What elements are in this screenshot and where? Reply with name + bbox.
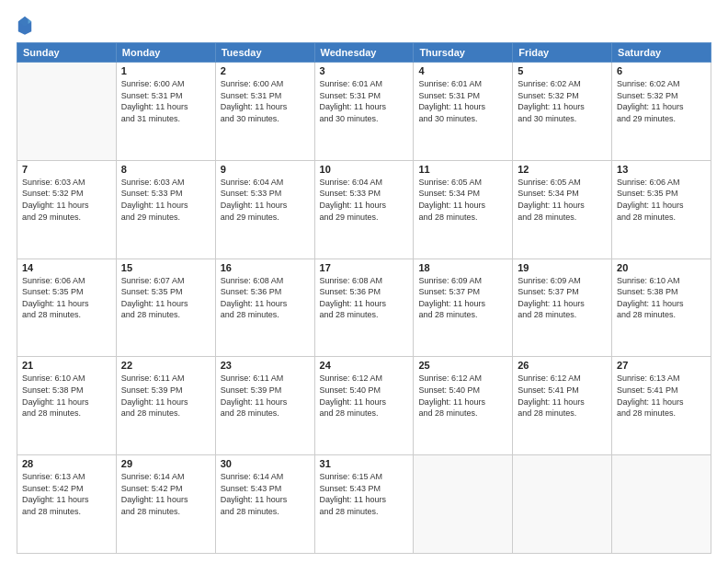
calendar-cell: 3Sunrise: 6:01 AM Sunset: 5:31 PM Daylig… bbox=[314, 63, 414, 161]
day-info: Sunrise: 6:07 AM Sunset: 5:35 PM Dayligh… bbox=[121, 275, 210, 321]
day-number: 29 bbox=[121, 458, 210, 469]
calendar-cell: 23Sunrise: 6:11 AM Sunset: 5:39 PM Dayli… bbox=[215, 357, 314, 455]
day-info: Sunrise: 6:13 AM Sunset: 5:42 PM Dayligh… bbox=[22, 471, 111, 517]
page: SundayMondayTuesdayWednesdayThursdayFrid… bbox=[0, 0, 728, 563]
logo bbox=[17, 15, 37, 35]
day-number: 17 bbox=[320, 262, 409, 273]
calendar-cell: 4Sunrise: 6:01 AM Sunset: 5:31 PM Daylig… bbox=[414, 63, 513, 161]
day-number: 26 bbox=[518, 360, 607, 371]
calendar-cell: 25Sunrise: 6:12 AM Sunset: 5:40 PM Dayli… bbox=[414, 357, 513, 455]
day-info: Sunrise: 6:12 AM Sunset: 5:40 PM Dayligh… bbox=[320, 373, 409, 419]
calendar-week-3: 14Sunrise: 6:06 AM Sunset: 5:35 PM Dayli… bbox=[17, 259, 711, 357]
day-number: 31 bbox=[320, 458, 409, 469]
calendar-cell: 27Sunrise: 6:13 AM Sunset: 5:41 PM Dayli… bbox=[612, 357, 711, 455]
calendar-cell: 26Sunrise: 6:12 AM Sunset: 5:41 PM Dayli… bbox=[513, 357, 612, 455]
calendar-week-5: 28Sunrise: 6:13 AM Sunset: 5:42 PM Dayli… bbox=[17, 455, 711, 554]
calendar-cell: 6Sunrise: 6:02 AM Sunset: 5:32 PM Daylig… bbox=[612, 63, 711, 161]
day-number: 21 bbox=[22, 360, 111, 371]
calendar-cell: 10Sunrise: 6:04 AM Sunset: 5:33 PM Dayli… bbox=[314, 160, 414, 259]
day-number: 18 bbox=[418, 262, 507, 273]
calendar-cell: 9Sunrise: 6:04 AM Sunset: 5:33 PM Daylig… bbox=[215, 160, 314, 259]
day-number: 8 bbox=[121, 164, 210, 175]
day-number: 25 bbox=[418, 360, 507, 371]
day-number: 13 bbox=[617, 164, 706, 175]
day-info: Sunrise: 6:02 AM Sunset: 5:32 PM Dayligh… bbox=[617, 78, 706, 124]
day-header-sunday: Sunday bbox=[17, 43, 117, 63]
day-info: Sunrise: 6:08 AM Sunset: 5:36 PM Dayligh… bbox=[320, 275, 409, 321]
calendar-cell bbox=[17, 63, 117, 161]
calendar-cell bbox=[612, 455, 711, 554]
calendar-cell bbox=[513, 455, 612, 554]
logo-icon bbox=[17, 15, 33, 35]
day-number: 22 bbox=[121, 360, 210, 371]
day-info: Sunrise: 6:02 AM Sunset: 5:32 PM Dayligh… bbox=[518, 78, 607, 124]
day-header-friday: Friday bbox=[513, 43, 612, 63]
calendar-cell: 20Sunrise: 6:10 AM Sunset: 5:38 PM Dayli… bbox=[612, 259, 711, 357]
day-header-thursday: Thursday bbox=[414, 43, 513, 63]
day-number: 15 bbox=[121, 262, 210, 273]
day-info: Sunrise: 6:09 AM Sunset: 5:37 PM Dayligh… bbox=[518, 275, 607, 321]
day-info: Sunrise: 6:04 AM Sunset: 5:33 PM Dayligh… bbox=[320, 177, 409, 223]
day-info: Sunrise: 6:04 AM Sunset: 5:33 PM Dayligh… bbox=[221, 177, 310, 223]
day-info: Sunrise: 6:05 AM Sunset: 5:34 PM Dayligh… bbox=[518, 177, 607, 223]
calendar-cell: 31Sunrise: 6:15 AM Sunset: 5:43 PM Dayli… bbox=[314, 455, 414, 554]
day-info: Sunrise: 6:01 AM Sunset: 5:31 PM Dayligh… bbox=[418, 78, 507, 124]
day-number: 27 bbox=[617, 360, 706, 371]
day-info: Sunrise: 6:06 AM Sunset: 5:35 PM Dayligh… bbox=[22, 275, 111, 321]
day-number: 9 bbox=[221, 164, 310, 175]
days-header-row: SundayMondayTuesdayWednesdayThursdayFrid… bbox=[17, 43, 711, 63]
day-number: 2 bbox=[221, 65, 310, 76]
calendar: SundayMondayTuesdayWednesdayThursdayFrid… bbox=[17, 42, 711, 554]
day-info: Sunrise: 6:03 AM Sunset: 5:32 PM Dayligh… bbox=[22, 177, 111, 223]
calendar-cell: 11Sunrise: 6:05 AM Sunset: 5:34 PM Dayli… bbox=[414, 160, 513, 259]
day-number: 30 bbox=[221, 458, 310, 469]
calendar-cell: 18Sunrise: 6:09 AM Sunset: 5:37 PM Dayli… bbox=[414, 259, 513, 357]
calendar-cell: 14Sunrise: 6:06 AM Sunset: 5:35 PM Dayli… bbox=[17, 259, 117, 357]
day-info: Sunrise: 6:11 AM Sunset: 5:39 PM Dayligh… bbox=[221, 373, 310, 419]
calendar-cell: 24Sunrise: 6:12 AM Sunset: 5:40 PM Dayli… bbox=[314, 357, 414, 455]
calendar-cell: 1Sunrise: 6:00 AM Sunset: 5:31 PM Daylig… bbox=[116, 63, 215, 161]
day-number: 5 bbox=[518, 65, 607, 76]
calendar-week-4: 21Sunrise: 6:10 AM Sunset: 5:38 PM Dayli… bbox=[17, 357, 711, 455]
day-number: 19 bbox=[518, 262, 607, 273]
day-number: 24 bbox=[320, 360, 409, 371]
day-header-wednesday: Wednesday bbox=[314, 43, 414, 63]
day-info: Sunrise: 6:00 AM Sunset: 5:31 PM Dayligh… bbox=[221, 78, 310, 124]
calendar-cell: 8Sunrise: 6:03 AM Sunset: 5:33 PM Daylig… bbox=[116, 160, 215, 259]
calendar-cell: 7Sunrise: 6:03 AM Sunset: 5:32 PM Daylig… bbox=[17, 160, 117, 259]
day-info: Sunrise: 6:08 AM Sunset: 5:36 PM Dayligh… bbox=[221, 275, 310, 321]
calendar-header: SundayMondayTuesdayWednesdayThursdayFrid… bbox=[17, 43, 711, 63]
calendar-cell: 28Sunrise: 6:13 AM Sunset: 5:42 PM Dayli… bbox=[17, 455, 117, 554]
day-info: Sunrise: 6:12 AM Sunset: 5:40 PM Dayligh… bbox=[418, 373, 507, 419]
day-number: 20 bbox=[617, 262, 706, 273]
header bbox=[17, 15, 711, 35]
day-info: Sunrise: 6:12 AM Sunset: 5:41 PM Dayligh… bbox=[518, 373, 607, 419]
calendar-cell: 13Sunrise: 6:06 AM Sunset: 5:35 PM Dayli… bbox=[612, 160, 711, 259]
calendar-cell: 16Sunrise: 6:08 AM Sunset: 5:36 PM Dayli… bbox=[215, 259, 314, 357]
day-number: 11 bbox=[418, 164, 507, 175]
calendar-cell: 22Sunrise: 6:11 AM Sunset: 5:39 PM Dayli… bbox=[116, 357, 215, 455]
calendar-cell: 2Sunrise: 6:00 AM Sunset: 5:31 PM Daylig… bbox=[215, 63, 314, 161]
calendar-cell: 30Sunrise: 6:14 AM Sunset: 5:43 PM Dayli… bbox=[215, 455, 314, 554]
day-info: Sunrise: 6:09 AM Sunset: 5:37 PM Dayligh… bbox=[418, 275, 507, 321]
calendar-cell: 5Sunrise: 6:02 AM Sunset: 5:32 PM Daylig… bbox=[513, 63, 612, 161]
day-number: 6 bbox=[617, 65, 706, 76]
calendar-week-2: 7Sunrise: 6:03 AM Sunset: 5:32 PM Daylig… bbox=[17, 160, 711, 259]
day-number: 3 bbox=[320, 65, 409, 76]
day-info: Sunrise: 6:00 AM Sunset: 5:31 PM Dayligh… bbox=[121, 78, 210, 124]
calendar-cell: 19Sunrise: 6:09 AM Sunset: 5:37 PM Dayli… bbox=[513, 259, 612, 357]
day-info: Sunrise: 6:01 AM Sunset: 5:31 PM Dayligh… bbox=[320, 78, 409, 124]
calendar-body: 1Sunrise: 6:00 AM Sunset: 5:31 PM Daylig… bbox=[17, 63, 711, 554]
day-info: Sunrise: 6:14 AM Sunset: 5:42 PM Dayligh… bbox=[121, 471, 210, 517]
day-number: 12 bbox=[518, 164, 607, 175]
day-number: 28 bbox=[22, 458, 111, 469]
day-info: Sunrise: 6:11 AM Sunset: 5:39 PM Dayligh… bbox=[121, 373, 210, 419]
day-info: Sunrise: 6:10 AM Sunset: 5:38 PM Dayligh… bbox=[617, 275, 706, 321]
calendar-cell: 29Sunrise: 6:14 AM Sunset: 5:42 PM Dayli… bbox=[116, 455, 215, 554]
calendar-week-1: 1Sunrise: 6:00 AM Sunset: 5:31 PM Daylig… bbox=[17, 63, 711, 161]
day-number: 23 bbox=[221, 360, 310, 371]
day-info: Sunrise: 6:14 AM Sunset: 5:43 PM Dayligh… bbox=[221, 471, 310, 517]
day-number: 10 bbox=[320, 164, 409, 175]
day-header-saturday: Saturday bbox=[612, 43, 711, 63]
calendar-cell bbox=[414, 455, 513, 554]
